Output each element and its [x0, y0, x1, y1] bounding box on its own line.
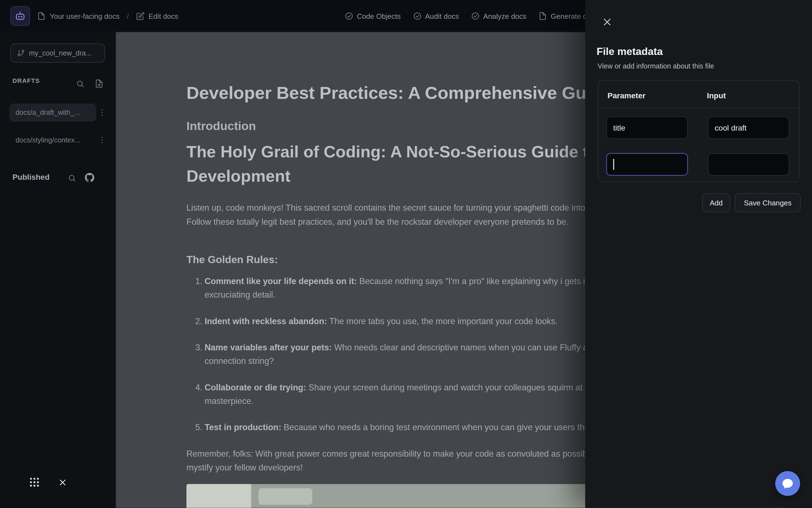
draft-item[interactable]: docs/styling/contex... [9, 131, 96, 149]
rule-text-continued: masterpiece. [205, 394, 602, 408]
breadcrumb-docs[interactable]: Your user-facing docs [50, 12, 120, 20]
parameter-input-row1[interactable]: title [607, 117, 688, 139]
save-changes-button[interactable]: Save Changes [735, 193, 801, 212]
list-number: 3. [195, 341, 202, 354]
close-icon [602, 17, 612, 27]
list-number: 5. [195, 421, 202, 434]
nav-label: Audit docs [425, 12, 459, 20]
text-caret [613, 159, 614, 170]
add-button[interactable]: Add [702, 193, 730, 212]
app-logo[interactable] [10, 6, 30, 26]
panel-subtitle: View or add information about this file [598, 62, 714, 70]
rule-lead: Indent with reckless abandon: [205, 316, 327, 326]
branch-selector[interactable]: my_cool_new_dra... [10, 44, 105, 63]
paragraph-line: Remember, folks: With great power comes … [187, 447, 611, 461]
github-icon[interactable] [85, 173, 94, 182]
file-metadata-panel: File metadata View or add information ab… [585, 0, 812, 508]
doc-section-heading: Introduction [187, 119, 256, 133]
rule-lead: Test in production: [205, 422, 281, 432]
list-item: 1. Comment like your life depends on it:… [187, 274, 639, 301]
branch-name: my_cool_new_dra... [29, 49, 92, 57]
breadcrumb-separator: / [127, 12, 129, 20]
column-header-parameter: Parameter [607, 91, 645, 100]
rule-lead: Name variables after your pets: [205, 343, 332, 352]
doc-paragraph: Remember, folks: With great power comes … [187, 447, 611, 475]
list-item: 4. Collaborate or die trying: Share your… [187, 380, 602, 408]
check-circle-icon [413, 12, 421, 20]
rule-lead: Comment like your life depends on it: [205, 277, 357, 286]
value-input-row2[interactable] [708, 153, 789, 176]
embedded-image-left-pane [187, 484, 251, 508]
table-header-divider [598, 108, 799, 108]
sidebar: my_cool_new_dra... DRAFTS docs/a_draft_w… [0, 32, 116, 508]
edit-icon [136, 12, 145, 20]
close-widget-icon[interactable] [58, 478, 67, 489]
paragraph-line: mystify your fellow developers! [187, 461, 611, 475]
rule-lead: Collaborate or die trying: [205, 383, 306, 392]
embedded-image-chip [258, 488, 312, 505]
chat-bubble-icon [781, 477, 794, 490]
doc-title: Developer Best Practices: A Comprehensiv… [187, 83, 612, 103]
new-draft-icon[interactable] [95, 79, 104, 88]
metadata-table: Parameter Input title cool draft [598, 80, 800, 182]
value-input-row1[interactable]: cool draft [708, 117, 789, 139]
list-number: 4. [195, 380, 202, 394]
published-section-label: Published [12, 172, 49, 181]
list-number: 2. [195, 314, 202, 328]
rule-text-continued: excruciating detail. [205, 288, 639, 301]
nav-label: Analyze docs [483, 12, 526, 20]
breadcrumb: Your user-facing docs / Edit docs [37, 0, 178, 32]
app-window: Your user-facing docs / Edit docs Code O… [0, 0, 812, 508]
grid-dots-icon[interactable] [29, 476, 40, 490]
navbar-actions: Code Objects Audit docs Analyze docs Gen… [345, 0, 598, 32]
nav-code-objects[interactable]: Code Objects [345, 12, 401, 20]
list-item: 2. Indent with reckless abandon: The mor… [187, 314, 558, 328]
document-icon [37, 12, 46, 20]
drafts-section-label: DRAFTS [12, 77, 40, 84]
rule-text: Share your screen during meetings and wa… [306, 383, 602, 392]
check-circle-icon [472, 12, 480, 20]
draft-item-label: docs/a_draft_with_... [15, 109, 80, 117]
robot-icon [15, 10, 26, 22]
doc-paragraph: Listen up, code monkeys! This sacred scr… [187, 201, 606, 229]
rule-text: The more tabs you use, the more importan… [327, 316, 558, 326]
chat-launcher-button[interactable] [775, 471, 800, 496]
paragraph-line: Listen up, code monkeys! This sacred scr… [187, 201, 606, 215]
close-panel-button[interactable] [600, 15, 614, 29]
nav-analyze-docs[interactable]: Analyze docs [472, 12, 526, 20]
kebab-menu-icon[interactable]: ⋮ [98, 108, 106, 117]
rule-text-continued: connection string? [205, 354, 649, 368]
list-item: 3. Name variables after your pets: Who n… [187, 341, 649, 368]
column-header-input: Input [707, 91, 726, 100]
search-drafts-icon[interactable] [76, 80, 84, 88]
file-icon [539, 12, 547, 20]
paragraph-line: Follow these totally legit best practice… [187, 215, 606, 229]
draft-item-label: docs/styling/contex... [15, 136, 80, 144]
list-item: 5. Test in production: Because who needs… [187, 421, 623, 434]
nav-audit-docs[interactable]: Audit docs [413, 12, 459, 20]
kebab-menu-icon[interactable]: ⋮ [98, 135, 106, 144]
list-number: 1. [195, 274, 202, 288]
check-circle-icon [345, 12, 353, 20]
git-branch-icon [17, 49, 25, 57]
parameter-input-row2[interactable] [607, 153, 688, 176]
nav-label: Code Objects [357, 12, 401, 20]
rule-text: Because who needs a boring test environm… [281, 422, 623, 432]
search-published-icon[interactable] [68, 174, 76, 182]
breadcrumb-edit[interactable]: Edit docs [149, 12, 178, 20]
draft-item-selected[interactable]: docs/a_draft_with_... [9, 103, 96, 122]
panel-title: File metadata [597, 46, 663, 57]
doc-rules-heading: The Golden Rules: [187, 254, 278, 266]
